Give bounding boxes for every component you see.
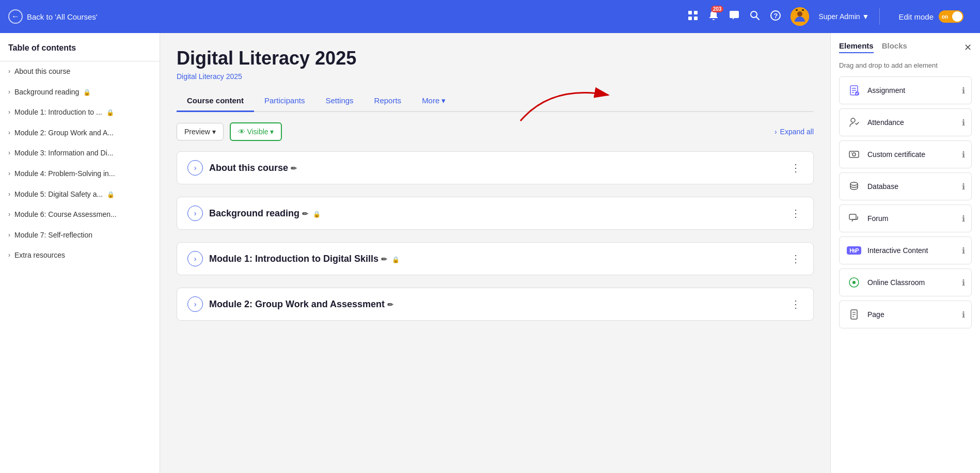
element-name-2: Custom certificate <box>867 150 957 159</box>
right-panel-header: ElementsBlocks ✕ <box>839 41 972 53</box>
back-button[interactable]: ← Back to 'All Courses' <box>8 9 98 24</box>
element-name-0: Assignment <box>867 86 957 94</box>
sidebar-item-6[interactable]: › Module 5: Digital Safety a... 🔒 <box>0 184 160 205</box>
element-item-database[interactable]: Database ℹ <box>839 172 972 200</box>
element-info-btn-5[interactable]: ℹ <box>962 246 965 256</box>
section-title-1: Background reading ✏ 🔒 <box>209 208 782 219</box>
main-content: Digital Literacy 2025 Digital Literacy 2… <box>160 33 830 473</box>
back-arrow-icon: ← <box>8 9 23 24</box>
element-item-attendance[interactable]: Attendance ℹ <box>839 108 972 136</box>
element-item-page[interactable]: Page ℹ <box>839 301 972 328</box>
section-expand-btn-3[interactable]: › <box>187 296 203 312</box>
element-info-btn-7[interactable]: ℹ <box>962 310 965 320</box>
element-info-btn-6[interactable]: ℹ <box>962 278 965 288</box>
tab-more-▾[interactable]: More ▾ <box>412 91 456 112</box>
sidebar-item-1[interactable]: › Background reading 🔒 <box>0 82 160 103</box>
element-name-4: Forum <box>867 214 957 223</box>
sidebar-item-2[interactable]: › Module 1: Introduction to ... 🔒 <box>0 102 160 123</box>
svg-rect-11 <box>802 9 804 11</box>
element-item-interactive-content[interactable]: H5P Interactive Content ℹ <box>839 236 972 264</box>
editmode-toggle[interactable]: on <box>939 10 963 23</box>
section-title-2: Module 1: Introduction to Digital Skills… <box>209 254 782 264</box>
element-info-btn-1[interactable]: ℹ <box>962 118 965 128</box>
sidebar-item-5[interactable]: › Module 4: Problem-Solving in... <box>0 164 160 184</box>
rpanel-tab-blocks[interactable]: Blocks <box>882 41 907 53</box>
topnav-icons: 203 ? Super Admin ▼ <box>687 7 869 26</box>
tab-reports[interactable]: Reports <box>364 91 412 112</box>
element-info-btn-2[interactable]: ℹ <box>962 150 965 160</box>
tab-settings[interactable]: Settings <box>315 91 363 112</box>
element-info-btn-0[interactable]: ℹ <box>962 86 965 96</box>
element-icon-0 <box>846 82 862 99</box>
expand-all-button[interactable]: › Expand all <box>774 128 814 136</box>
toggle-knob <box>952 11 962 22</box>
element-info-btn-4[interactable]: ℹ <box>962 214 965 224</box>
section-separator <box>177 236 814 242</box>
svg-rect-10 <box>796 9 798 11</box>
element-item-forum[interactable]: Forum ℹ <box>839 204 972 232</box>
section-header-2[interactable]: › Module 1: Introduction to Digital Skil… <box>177 243 813 275</box>
editmode-section: Edit mode on <box>890 10 972 23</box>
sidebar: Table of contents › About this course › … <box>0 33 160 473</box>
tab-participants[interactable]: Participants <box>254 91 315 112</box>
section-expand-btn-0[interactable]: › <box>187 160 203 176</box>
close-button[interactable]: ✕ <box>964 42 972 53</box>
svg-rect-23 <box>849 214 856 219</box>
sidebar-item-label-4: Module 3: Information and Di... <box>14 148 151 159</box>
help-icon[interactable]: ? <box>770 10 781 24</box>
element-info-btn-3[interactable]: ℹ <box>962 182 965 192</box>
section-menu-2[interactable]: ⋮ <box>788 253 803 265</box>
notifications-icon[interactable]: 203 <box>708 10 719 24</box>
search-icon[interactable] <box>749 10 761 24</box>
tab-course-content[interactable]: Course content <box>177 91 254 112</box>
course-breadcrumb[interactable]: Digital Literacy 2025 <box>177 72 814 81</box>
section-card-2: › Module 1: Introduction to Digital Skil… <box>177 242 814 275</box>
section-expand-btn-2[interactable]: › <box>187 251 203 266</box>
grid-icon[interactable] <box>687 10 699 24</box>
element-item-custom-certificate[interactable]: Custom certificate ℹ <box>839 140 972 168</box>
section-menu-3[interactable]: ⋮ <box>788 298 803 310</box>
sidebar-item-label-6: Module 5: Digital Safety a... 🔒 <box>14 190 151 200</box>
section-header-1[interactable]: › Background reading ✏ 🔒 ⋮ <box>177 197 813 229</box>
preview-label: Preview ▾ <box>184 128 216 136</box>
section-menu-0[interactable]: ⋮ <box>788 162 803 174</box>
section-title-0: About this course ✏ <box>209 163 782 174</box>
sidebar-item-4[interactable]: › Module 3: Information and Di... <box>0 143 160 164</box>
element-icon-6 <box>846 274 862 291</box>
element-name-1: Attendance <box>867 118 957 127</box>
preview-button[interactable]: Preview ▾ <box>177 123 224 140</box>
element-item-online-classroom[interactable]: Online Classroom ℹ <box>839 269 972 296</box>
expand-label: Expand all <box>780 128 814 136</box>
element-name-5: Interactive Content <box>867 246 957 255</box>
svg-point-20 <box>852 153 856 156</box>
section-menu-1[interactable]: ⋮ <box>788 207 803 219</box>
visible-button[interactable]: 👁 Visible ▾ <box>230 122 282 141</box>
sidebar-item-9[interactable]: › Extra resources <box>0 245 160 266</box>
sidebar-item-8[interactable]: › Module 7: Self-reflection <box>0 225 160 246</box>
right-panel-tabs: ElementsBlocks <box>839 41 915 53</box>
element-icon-4 <box>846 210 862 227</box>
avatar[interactable] <box>791 7 809 26</box>
lock-icon-6: 🔒 <box>107 191 115 198</box>
sidebar-title: Table of contents <box>0 43 160 61</box>
section-expand-btn-1[interactable]: › <box>187 206 203 221</box>
element-item-assignment[interactable]: Assignment ℹ <box>839 76 972 104</box>
sidebar-item-0[interactable]: › About this course <box>0 61 160 82</box>
section-header-0[interactable]: › About this course ✏ ⋮ <box>177 152 813 184</box>
svg-point-25 <box>852 281 856 284</box>
user-menu[interactable]: Super Admin ▼ <box>818 12 869 21</box>
chat-icon[interactable] <box>729 10 740 24</box>
sidebar-item-3[interactable]: › Module 2: Group Work and A... <box>0 123 160 144</box>
sidebar-item-7[interactable]: › Module 6: Course Assessmen... <box>0 204 160 225</box>
svg-point-9 <box>797 11 802 17</box>
section-title-3: Module 2: Group Work and Assessment ✏ <box>209 299 782 310</box>
section-card-1: › Background reading ✏ 🔒 ⋮ <box>177 197 814 230</box>
sidebar-chevron-9: › <box>8 251 10 259</box>
svg-text:?: ? <box>774 12 778 20</box>
rpanel-tab-elements[interactable]: Elements <box>839 41 874 53</box>
section-header-3[interactable]: › Module 2: Group Work and Assessment ✏ … <box>177 288 813 320</box>
section-card-3: › Module 2: Group Work and Assessment ✏ … <box>177 288 814 321</box>
section-icons-1: ⋮ <box>788 207 803 219</box>
lock-icon-1: 🔒 <box>83 89 91 96</box>
course-title: Digital Literacy 2025 <box>177 48 814 69</box>
